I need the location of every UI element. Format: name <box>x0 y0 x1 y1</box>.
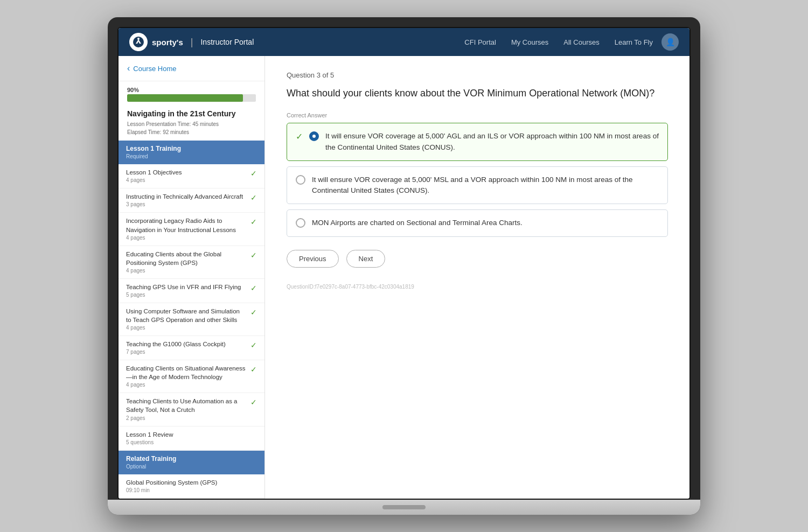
radio-button-3[interactable] <box>296 218 305 228</box>
answer-option-1[interactable]: ✓ It will ensure VOR coverage at 5,000' … <box>287 123 668 161</box>
nav-links: CFI Portal My Courses All Courses Learn … <box>464 38 653 46</box>
portal-label: Instructor Portal <box>200 38 254 46</box>
question-counter: Question 3 of 5 <box>287 71 668 79</box>
lesson-presentation-label: Lesson Presentation Time: <box>127 121 191 127</box>
logo-icon <box>129 33 148 51</box>
related-training-label: Related Training <box>126 455 176 463</box>
sidebar-item-objectives[interactable]: Lesson 1 Objectives 4 pages ✓ <box>119 164 264 188</box>
lesson-training-sub: Required <box>126 153 148 159</box>
check-icon: ✓ <box>250 218 257 226</box>
sidebar-item-label: Global Positioning System (GPS) <box>126 478 257 487</box>
logo-text: sporty's <box>152 38 183 47</box>
check-icon: ✓ <box>250 398 257 407</box>
answer-option-3[interactable]: MON Airports are charted on Sectional an… <box>287 209 668 236</box>
back-to-course-home[interactable]: ‹ Course Home <box>119 56 264 81</box>
sidebar-item-meta: 4 pages <box>126 267 246 275</box>
lesson-training-header: Lesson 1 Training Required <box>119 141 264 164</box>
sidebar-item-label: Teaching the G1000 (Glass Cockpit) <box>126 340 246 348</box>
previous-button[interactable]: Previous <box>287 250 339 268</box>
check-icon: ✓ <box>250 308 257 317</box>
progress-bar <box>127 94 256 102</box>
radio-button-1[interactable] <box>309 131 319 141</box>
answer-option-2[interactable]: It will ensure VOR coverage at 5,000' MS… <box>287 166 668 205</box>
sidebar-item-meta: 2 pages <box>126 415 246 422</box>
related-training-sub: Optional <box>126 464 146 470</box>
progress-section: 90% <box>119 81 264 107</box>
quiz-navigation: Previous Next <box>287 250 668 268</box>
sidebar-item-gps-educating[interactable]: Educating Clients about the Global Posit… <box>119 246 264 279</box>
question-text: What should your clients know about the … <box>287 87 668 100</box>
navigation-bar: sporty's | Instructor Portal CFI Portal … <box>119 28 689 56</box>
user-avatar[interactable]: 👤 <box>661 33 679 51</box>
course-meta: Lesson Presentation Time: 45 minutes Ela… <box>119 119 264 141</box>
sidebar-item-label: Teaching GPS Use in VFR and IFR Flying <box>126 283 246 291</box>
sidebar-item-technically-advanced[interactable]: Instructing in Technically Advanced Airc… <box>119 188 264 213</box>
sidebar-item-label: Lesson 1 Objectives <box>126 168 246 177</box>
lesson-training-label: Lesson 1 Training <box>126 145 181 152</box>
svg-point-1 <box>137 38 140 40</box>
nav-all-courses[interactable]: All Courses <box>563 38 599 46</box>
sidebar-item-automation[interactable]: Teaching Clients to Use Automation as a … <box>119 393 264 426</box>
sidebar-item-label: Incorporating Legacy Radio Aids to Navig… <box>126 216 246 234</box>
nav-my-courses[interactable]: My Courses <box>511 38 548 46</box>
sidebar-item-computer-software[interactable]: Using Computer Software and Simulation t… <box>119 303 264 336</box>
check-icon: ✓ <box>250 284 257 292</box>
check-icon: ✓ <box>250 251 257 260</box>
elapsed-value: 92 minutes <box>163 129 189 135</box>
laptop-notch <box>382 505 426 509</box>
next-button[interactable]: Next <box>346 250 386 268</box>
check-icon: ✓ <box>250 169 257 178</box>
sidebar-item-meta: 3 pages <box>126 201 246 208</box>
related-training-header: Related Training Optional <box>119 451 264 474</box>
elapsed-label: Elapsed Time: <box>127 129 161 135</box>
lesson-presentation-value: 45 minutes <box>192 121 219 127</box>
nav-cfi-portal[interactable]: CFI Portal <box>464 38 496 46</box>
sidebar-item-label: Lesson 1 Review <box>126 430 257 439</box>
check-icon: ✓ <box>250 365 257 374</box>
correct-answer-label: Correct Answer <box>287 112 668 118</box>
sidebar-item-situational-awareness[interactable]: Educating Clients on Situational Awarene… <box>119 360 264 393</box>
course-title: Navigating in the 21st Century <box>119 107 264 119</box>
course-home-label: Course Home <box>133 65 176 73</box>
answer-text-1: It will ensure VOR coverage at 5,000' AG… <box>325 131 659 153</box>
sidebar-item-meta: 5 pages <box>126 291 246 299</box>
sidebar-item-label: Educating Clients on Situational Awarene… <box>126 364 246 381</box>
sidebar-item-meta: 4 pages <box>126 234 246 242</box>
quiz-content: Question 3 of 5 What should your clients… <box>265 56 689 499</box>
sidebar-item-label: Teaching Clients to Use Automation as a … <box>126 397 246 414</box>
correct-check-icon: ✓ <box>296 131 303 142</box>
check-icon: ✓ <box>250 341 257 349</box>
progress-bar-fill <box>127 94 243 102</box>
nav-divider: | <box>191 37 193 48</box>
sidebar-item-label: Using Computer Software and Simulation t… <box>126 307 246 324</box>
sidebar-item-meta: 4 pages <box>126 177 246 184</box>
sidebar-item-meta: 4 pages <box>126 324 246 332</box>
question-id: QuestionID:f7e0297c-8a07-4773-bfbc-42c03… <box>287 284 668 290</box>
check-icon: ✓ <box>250 193 257 202</box>
sidebar-item-gps-vfr-ifr[interactable]: Teaching GPS Use in VFR and IFR Flying 5… <box>119 279 264 303</box>
sidebar-item-label: Educating Clients about the Global Posit… <box>126 250 246 267</box>
sidebar-item-lesson-review[interactable]: Lesson 1 Review 5 questions <box>119 426 264 451</box>
sidebar-item-legacy-radio[interactable]: Incorporating Legacy Radio Aids to Navig… <box>119 213 264 246</box>
nav-learn-to-fly[interactable]: Learn To Fly <box>615 38 653 46</box>
sidebar: ‹ Course Home 90% Navigating in the 21st… <box>119 56 265 499</box>
sidebar-item-meta: 09:10 min <box>126 487 257 494</box>
progress-label: 90% <box>127 87 256 93</box>
sidebar-item-gps-related[interactable]: Global Positioning System (GPS) 09:10 mi… <box>119 474 264 499</box>
back-arrow-icon: ‹ <box>127 64 130 73</box>
sidebar-item-label: Instructing in Technically Advanced Airc… <box>126 192 246 201</box>
logo[interactable]: sporty's <box>129 33 183 51</box>
sidebar-item-g1000[interactable]: Teaching the G1000 (Glass Cockpit) 7 pag… <box>119 336 264 360</box>
answer-text-2: It will ensure VOR coverage at 5,000' MS… <box>312 174 659 197</box>
sidebar-item-meta: 4 pages <box>126 381 246 389</box>
radio-button-2[interactable] <box>296 175 305 185</box>
sidebar-item-meta: 5 questions <box>126 439 257 446</box>
sidebar-item-meta: 7 pages <box>126 348 246 356</box>
answer-text-3: MON Airports are charted on Sectional an… <box>312 218 523 228</box>
